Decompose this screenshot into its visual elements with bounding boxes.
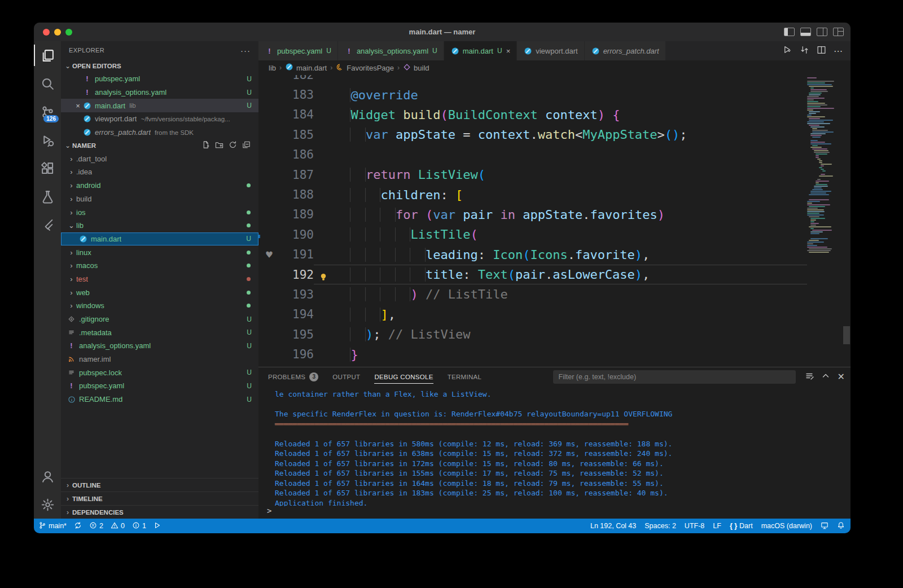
- code-line-188[interactable]: 188 children: [: [258, 185, 807, 204]
- tree-folder-android[interactable]: ›android: [61, 179, 258, 192]
- panel-tab-output[interactable]: OUTPUT: [332, 367, 360, 386]
- status-debug[interactable]: [154, 521, 161, 531]
- breadcrumb-item-main.dart[interactable]: main.dart: [285, 63, 327, 73]
- activity-search-icon[interactable]: [34, 69, 61, 98]
- clear-console-icon[interactable]: [805, 371, 814, 383]
- tree-folder-test[interactable]: ›test: [61, 273, 258, 286]
- code-line-192[interactable]: 192 title: Text(pair.asLowerCase),: [258, 265, 807, 284]
- section-timeline[interactable]: ›TIMELINE: [61, 492, 258, 505]
- tree-folder-web[interactable]: ›web: [61, 286, 258, 299]
- activity-extensions-icon[interactable]: [34, 154, 61, 182]
- tree-folder-windows[interactable]: ›windows: [61, 299, 258, 313]
- new-file-icon[interactable]: [201, 141, 210, 150]
- tab-main.dart[interactable]: main.dartU×: [444, 41, 517, 60]
- open-editor-item[interactable]: !pubspec.yamlU: [61, 72, 258, 86]
- open-editor-item[interactable]: ×main.dartlibU: [61, 99, 258, 112]
- editor-scrollbar[interactable]: [843, 75, 851, 367]
- tab-analysis_options.yaml[interactable]: !analysis_options.yamlU: [338, 41, 444, 60]
- activity-account-icon[interactable]: [34, 462, 61, 490]
- more-actions-icon[interactable]: ⋯: [834, 46, 843, 56]
- code-editor[interactable]: 182183 @override184 Widget build(BuildCo…: [258, 75, 851, 367]
- section-dependencies[interactable]: ›DEPENDENCIES: [61, 505, 258, 519]
- tab-pubspec.yaml[interactable]: !pubspec.yamlU: [258, 41, 338, 60]
- close-panel-icon[interactable]: ✕: [838, 371, 845, 382]
- code-line-187[interactable]: 187 return ListView(: [258, 165, 807, 185]
- code-line-189[interactable]: 189 for (var pair in appState.favorites): [258, 205, 807, 225]
- lightbulb-icon[interactable]: [319, 270, 328, 279]
- section-outline[interactable]: ›OUTLINE: [61, 478, 258, 492]
- code-line-190[interactable]: 190 ListTile(: [258, 225, 807, 244]
- debug-console-output[interactable]: le container rather than a Flex, like a …: [258, 386, 851, 506]
- code-line-186[interactable]: 186: [258, 145, 807, 165]
- code-line-183[interactable]: 183 @override: [258, 85, 807, 104]
- project-section-header[interactable]: ⌄ NAMER: [61, 139, 258, 152]
- breadcrumb-item-lib[interactable]: lib: [269, 64, 276, 72]
- activity-settings-icon[interactable]: [34, 490, 61, 519]
- status-warning[interactable]: 0: [111, 521, 125, 531]
- debug-console-prompt[interactable]: >: [258, 506, 851, 519]
- panel-tab-debug-console[interactable]: DEBUG CONSOLE: [374, 367, 433, 386]
- tree-file-.gitignore[interactable]: .gitignoreU: [61, 313, 258, 326]
- panel-tab-problems[interactable]: PROBLEMS3: [268, 367, 318, 386]
- status-sync[interactable]: [74, 521, 82, 531]
- status-remote-indicator[interactable]: [821, 521, 829, 531]
- toggle-sidebar-icon[interactable]: [784, 28, 795, 36]
- breadcrumb-item-build[interactable]: build: [403, 63, 429, 73]
- close-tab-icon[interactable]: ×: [506, 47, 511, 55]
- status-notifications[interactable]: [837, 521, 845, 531]
- code-line-196[interactable]: 196 }: [258, 344, 807, 364]
- code-line-195[interactable]: 195 ); // ListView: [258, 324, 807, 344]
- tree-file-.metadata[interactable]: .metadataU: [61, 326, 258, 339]
- customize-layout-icon[interactable]: [833, 28, 844, 36]
- code-line-193[interactable]: 193 ) // ListTile: [258, 284, 807, 304]
- open-editor-item[interactable]: !analysis_options.yamlU: [61, 86, 258, 99]
- scrollbar-thumb[interactable]: [843, 326, 850, 344]
- tree-file-analysis_options.yaml[interactable]: !analysis_options.yamlU: [61, 339, 258, 353]
- run-icon[interactable]: [783, 45, 792, 57]
- tree-folder-ios[interactable]: ›ios: [61, 205, 258, 219]
- status-indentation[interactable]: Spaces: 2: [645, 522, 676, 530]
- tree-folder-.dart_tool[interactable]: ›.dart_tool: [61, 152, 258, 165]
- status-eol[interactable]: LF: [713, 522, 721, 530]
- activity-testing-icon[interactable]: [34, 182, 61, 210]
- sidebar-more-actions-icon[interactable]: ···: [240, 46, 251, 55]
- status-cursor-position[interactable]: Ln 192, Col 43: [590, 522, 636, 530]
- toggle-panel-icon[interactable]: [800, 28, 811, 36]
- toggle-secondary-sidebar-icon[interactable]: [817, 28, 827, 36]
- code-line-194[interactable]: 194 ],: [258, 305, 807, 324]
- tree-folder-build[interactable]: ›build: [61, 192, 258, 206]
- close-editor-icon[interactable]: ×: [73, 102, 82, 110]
- tree-file-main.dart[interactable]: main.dartU: [61, 232, 258, 246]
- activity-source-control-icon[interactable]: 126: [34, 98, 61, 126]
- breadcrumb-item-FavoritesPage[interactable]: FavoritesPage: [336, 63, 394, 73]
- tree-folder-.idea[interactable]: ›.idea: [61, 165, 258, 179]
- status-language-mode[interactable]: { }Dart: [730, 522, 753, 530]
- tree-file-namer.iml[interactable]: namer.iml: [61, 353, 258, 366]
- status-branch[interactable]: main*: [38, 521, 67, 531]
- status-target-platform[interactable]: macOS (darwin): [761, 522, 812, 530]
- status-encoding[interactable]: UTF-8: [685, 522, 704, 530]
- split-editor-icon[interactable]: [817, 45, 826, 57]
- debug-filter-input[interactable]: [553, 370, 796, 384]
- activity-run-debug-icon[interactable]: [34, 126, 61, 154]
- open-editor-item[interactable]: errors_patch.dartfrom the SDK: [61, 126, 258, 139]
- status-error[interactable]: 2: [89, 521, 103, 531]
- collapse-all-icon[interactable]: [242, 141, 251, 150]
- code-line-184[interactable]: 184 Widget build(BuildContext context) {: [258, 105, 807, 125]
- open-editor-item[interactable]: viewport.dart~/fvm/versions/stable/packa…: [61, 112, 258, 126]
- tab-errors_patch.dart[interactable]: errors_patch.dart: [585, 41, 666, 60]
- new-folder-icon[interactable]: [215, 141, 223, 150]
- code-line-185[interactable]: 185 var appState = context.watch<MyAppSt…: [258, 125, 807, 144]
- activity-explorer-icon[interactable]: [34, 41, 61, 69]
- tree-folder-macos[interactable]: ›macos: [61, 259, 258, 273]
- open-editors-header[interactable]: ⌄ OPEN EDITORS: [61, 59, 258, 72]
- tree-file-pubspec.yaml[interactable]: !pubspec.yamlU: [61, 379, 258, 393]
- code-line-191[interactable]: ♥191 leading: Icon(Icons.favorite),: [258, 245, 807, 265]
- status-info[interactable]: 1: [132, 521, 146, 531]
- minimap[interactable]: [807, 75, 843, 367]
- open-changes-icon[interactable]: [800, 45, 809, 57]
- tree-file-README.md[interactable]: README.mdU: [61, 393, 258, 406]
- panel-tab-terminal[interactable]: TERMINAL: [448, 367, 482, 386]
- tree-file-pubspec.lock[interactable]: pubspec.lockU: [61, 366, 258, 379]
- maximize-panel-icon[interactable]: [821, 371, 830, 383]
